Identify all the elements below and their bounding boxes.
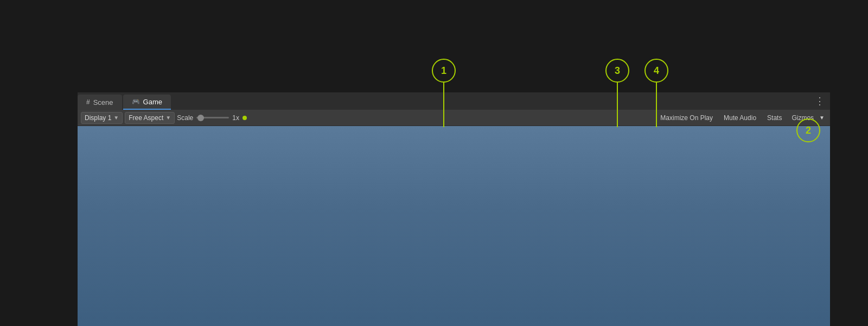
scale-value: 1x bbox=[232, 114, 239, 122]
annotation-1: 1 bbox=[432, 59, 456, 83]
editor-background: 1 3 4 2 # Scene 🎮 Game bbox=[0, 0, 868, 326]
editor-panel: # Scene 🎮 Game ⋮ Display 1 ▼ bbox=[78, 92, 830, 326]
annotation-4: 4 bbox=[644, 59, 668, 83]
slider-track bbox=[196, 117, 229, 118]
stats-button[interactable]: Stats bbox=[763, 112, 786, 124]
tab-game-label: Game bbox=[143, 98, 162, 106]
toolbar: Display 1 ▼ Free Aspect ▼ Scale bbox=[78, 110, 830, 126]
scene-icon: # bbox=[86, 98, 90, 106]
annotation-1-line bbox=[443, 83, 444, 127]
tab-scene[interactable]: # Scene bbox=[78, 95, 122, 110]
aspect-dropdown[interactable]: Free Aspect ▼ bbox=[125, 112, 175, 124]
display-label: Display 1 bbox=[85, 114, 111, 122]
more-options-button[interactable]: ⋮ bbox=[809, 93, 830, 109]
maximize-on-play-button[interactable]: Maximize On Play bbox=[656, 112, 717, 124]
scale-group: Scale 1x bbox=[177, 114, 247, 122]
gizmos-dropdown-arrow[interactable]: ▼ bbox=[817, 112, 827, 124]
game-view bbox=[78, 126, 830, 326]
scale-dot[interactable] bbox=[242, 116, 247, 120]
annotation-3: 3 bbox=[605, 59, 629, 83]
aspect-dropdown-arrow: ▼ bbox=[165, 115, 171, 121]
annotation-2: 2 bbox=[796, 118, 820, 142]
scale-text-label: Scale bbox=[177, 114, 193, 122]
mute-audio-button[interactable]: Mute Audio bbox=[719, 112, 761, 124]
scale-slider[interactable] bbox=[196, 117, 229, 118]
tab-game[interactable]: 🎮 Game bbox=[123, 95, 171, 110]
tab-bar: # Scene 🎮 Game ⋮ bbox=[78, 92, 830, 110]
aspect-label: Free Aspect bbox=[129, 114, 163, 122]
more-icon: ⋮ bbox=[815, 95, 825, 107]
game-icon: 🎮 bbox=[132, 98, 140, 105]
slider-thumb bbox=[197, 115, 204, 121]
tab-scene-label: Scene bbox=[93, 98, 113, 106]
annotation-4-line bbox=[656, 83, 657, 127]
annotation-3-line bbox=[617, 83, 618, 127]
display-dropdown[interactable]: Display 1 ▼ bbox=[81, 112, 123, 124]
display-dropdown-arrow: ▼ bbox=[113, 115, 119, 121]
